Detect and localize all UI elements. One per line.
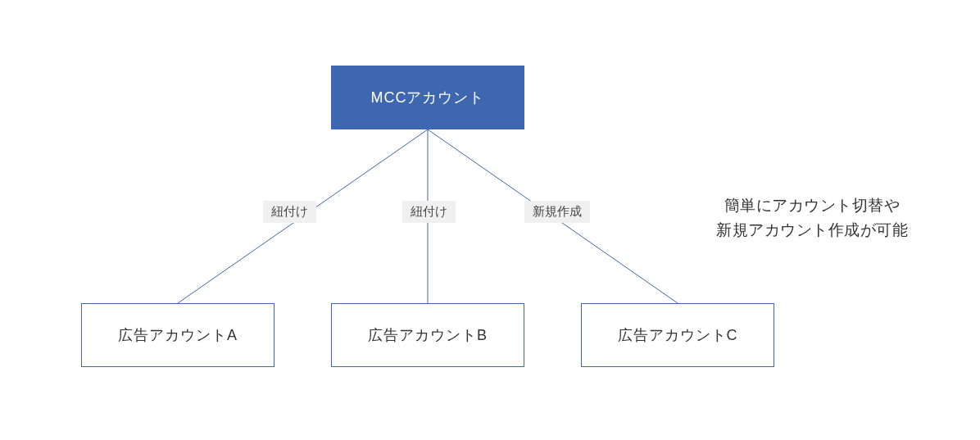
ad-account-a-label: 広告アカウントA xyxy=(118,325,238,345)
ad-account-a-node: 広告アカウントA xyxy=(81,303,274,367)
ad-account-c-node: 広告アカウントC xyxy=(581,303,774,367)
edge-label-b-text: 紐付け xyxy=(411,204,447,218)
ad-account-b-node: 広告アカウントB xyxy=(331,303,524,367)
mcc-account-label: MCCアカウント xyxy=(371,88,485,107)
ad-account-b-label: 広告アカウントB xyxy=(368,325,488,345)
diagram-caption: 簡単にアカウント切替や 新規アカウント作成が可能 xyxy=(685,193,939,243)
edge-label-c-text: 新規作成 xyxy=(533,204,582,218)
edge-label-a: 紐付け xyxy=(263,201,316,223)
mcc-account-node: MCCアカウント xyxy=(331,66,524,129)
caption-line2: 新規アカウント作成が可能 xyxy=(716,221,908,238)
caption-line1: 簡単にアカウント切替や xyxy=(724,197,901,214)
edge-label-a-text: 紐付け xyxy=(271,204,308,218)
ad-account-c-label: 広告アカウントC xyxy=(618,325,738,345)
edge-label-b: 紐付け xyxy=(402,201,456,223)
edge-label-c: 新規作成 xyxy=(524,201,590,223)
